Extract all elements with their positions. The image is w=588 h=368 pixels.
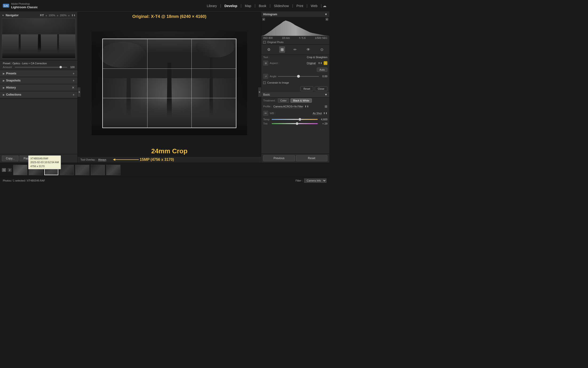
temp-slider[interactable] — [272, 119, 318, 120]
shadows-clip-icon[interactable]: ■ — [262, 18, 265, 21]
lock-icon[interactable]: 🔒 — [324, 61, 327, 65]
original-photo-checkbox[interactable] — [263, 41, 266, 44]
filmstrip-thumb-7[interactable] — [106, 165, 120, 175]
basic-title: Basic — [263, 93, 270, 96]
filmstrip-thumb-6[interactable] — [91, 165, 105, 175]
tool-overlay-value[interactable]: Always — [98, 158, 106, 161]
preset-slider-thumb[interactable] — [60, 66, 62, 68]
navigator-preview — [2, 18, 76, 58]
original-photo-row: Original Photo — [261, 40, 329, 44]
photo-canvas — [78, 20, 261, 146]
shutter-speed: 1/500 SEC — [315, 37, 327, 39]
nav-print[interactable]: Print — [294, 3, 306, 9]
snapshots-add-icon[interactable]: + — [73, 79, 75, 83]
crop-reset-button[interactable]: Reset — [300, 86, 313, 91]
nav-web[interactable]: Web — [308, 3, 320, 9]
svg-marker-0 — [261, 20, 329, 36]
treatment-row: Treatment : Color Black & White — [261, 97, 329, 104]
arrow-line — [115, 159, 139, 160]
zoom-fit[interactable]: FIT — [40, 14, 44, 17]
masking-tool[interactable]: ⊙ — [319, 46, 325, 53]
tooltip-date: 2023-02-03 10:52:54 AM — [30, 160, 59, 164]
histogram-section: Histogram ▼ ■ ■ — [261, 12, 329, 45]
filmstrip-thumb-5[interactable] — [75, 165, 89, 175]
reset-button[interactable]: Reset — [296, 155, 328, 161]
basic-section-header[interactable]: Basic ▼ — [261, 92, 329, 97]
color-button[interactable]: Color — [278, 98, 289, 103]
history-close-icon[interactable]: ✕ — [72, 86, 75, 90]
histogram-canvas: ■ ■ — [261, 17, 329, 36]
adjustments-tool[interactable]: ⚙ — [266, 46, 272, 53]
constrain-row: Constrain to Image — [261, 80, 329, 85]
tooltip-dimensions: 4756 x 3170 — [30, 164, 59, 168]
preset-slider[interactable] — [15, 67, 67, 68]
tool-label-row: Tool : Crop & Straighten — [261, 55, 329, 60]
healing-tool[interactable]: ✏ — [292, 46, 298, 53]
angle-slider[interactable] — [278, 76, 319, 77]
presets-header[interactable]: ▶ Presets + — [0, 70, 77, 77]
right-panel-collapse-handle[interactable]: ▶ — [258, 87, 261, 97]
filmstrip-num-1[interactable]: 1 — [2, 168, 6, 172]
profile-grid-icon[interactable]: ⊞ — [325, 105, 327, 108]
navigator-label: Navigator — [6, 14, 18, 17]
navigator-collapse-icon[interactable]: ▼ — [2, 14, 4, 17]
preset-slider-row: Amount 100 — [3, 66, 75, 69]
histogram-collapse-icon[interactable]: ▼ — [325, 13, 327, 16]
presets-add-icon[interactable]: + — [73, 72, 75, 75]
histogram-meta: ISO 400 18 mm f / 5.6 1/500 SEC — [261, 36, 329, 40]
angle-thumb[interactable] — [297, 75, 300, 78]
previous-button[interactable]: Previous — [263, 155, 295, 161]
crop-tool[interactable]: ⊞ — [279, 46, 285, 53]
collections-header[interactable]: ▶ Collections + — [0, 91, 77, 98]
history-header[interactable]: ▶ History ✕ — [0, 84, 77, 91]
zoom-arrows[interactable]: ⬆⬇ — [71, 14, 76, 17]
temp-thumb[interactable] — [298, 118, 301, 121]
tint-value: + 29 — [319, 122, 327, 125]
profile-value[interactable]: Camera ACROS+Ye Filter — [273, 105, 303, 108]
annotation-arrow — [113, 158, 139, 161]
zoom-100[interactable]: 100% — [49, 14, 55, 17]
reset-close-row: Reset Close — [261, 85, 329, 92]
cloud-icon[interactable]: ☁ — [323, 4, 326, 8]
angle-value: 0.00 — [320, 75, 327, 78]
wb-dropdown-icon[interactable]: ⬆⬇ — [323, 112, 327, 115]
logo-text: Adobe Photoshop Lightroom Classic — [11, 2, 38, 9]
filter-select[interactable]: Camera Info — [304, 178, 326, 183]
zoom-200[interactable]: 200% — [60, 14, 67, 17]
tint-slider[interactable] — [272, 123, 318, 124]
tooltip-filename: XT4B5549.RAF — [30, 156, 59, 161]
nav-map[interactable]: Map — [243, 3, 254, 9]
crop-close-button[interactable]: Close — [315, 86, 327, 91]
file-tooltip: XT4B5549.RAF 2023-02-03 10:52:54 AM 4756… — [28, 155, 61, 170]
highlights-clip-icon[interactable]: ■ — [325, 18, 328, 21]
profile-dropdown-icon[interactable]: ⬆⬇ — [305, 105, 309, 108]
constrain-checkbox[interactable] — [263, 82, 266, 84]
nav-book[interactable]: Book — [256, 3, 269, 9]
wb-value[interactable]: As Shot — [313, 112, 322, 115]
nav-library[interactable]: Library — [204, 3, 219, 9]
filmstrip-thumb-4[interactable] — [60, 165, 74, 175]
auto-button[interactable]: Auto — [317, 68, 327, 72]
aspect-value[interactable]: Original — [307, 62, 316, 65]
tint-thumb[interactable] — [296, 122, 298, 125]
logo-line2: Lightroom Classic — [11, 5, 38, 9]
aspect-dropdown-icon[interactable]: ⬆⬇ — [318, 62, 322, 65]
nav-slideshow[interactable]: Slideshow — [272, 3, 291, 9]
profile-label: Profile : — [263, 105, 272, 108]
crop-dim-left — [92, 39, 102, 128]
snapshots-label: Snapshots — [6, 79, 20, 82]
basic-collapse-icon[interactable]: ▼ — [325, 93, 327, 96]
snapshots-header[interactable]: ▶ Snapshots + — [0, 77, 77, 84]
left-panel-collapse-handle[interactable]: ◀ — [78, 87, 80, 97]
nav-develop[interactable]: Develop — [222, 3, 239, 9]
copy-button[interactable]: Copy... — [2, 156, 18, 161]
focal-length: 18 mm — [282, 37, 290, 39]
redeye-tool[interactable]: 👁 — [305, 46, 312, 53]
filmstrip-num-2[interactable]: 2 — [8, 168, 12, 172]
bw-button[interactable]: Black & White — [290, 98, 312, 103]
left-panel: ▼ Navigator FIT ◆ 100% ◆ 200% ◆ ⬆⬇ — [0, 12, 78, 163]
filmstrip-thumb-1[interactable] — [13, 165, 27, 175]
wb-dropper-icon[interactable]: ✏ — [263, 111, 268, 116]
collections-add-icon[interactable]: + — [73, 93, 75, 97]
tool-strip: ⚙ ⊞ ✏ 👁 ⊙ — [261, 45, 329, 55]
